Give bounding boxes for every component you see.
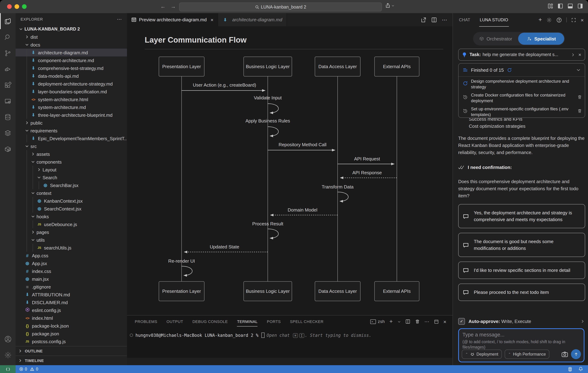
database-activity-icon[interactable]	[0, 109, 16, 125]
remote-explorer-activity-icon[interactable]	[0, 93, 16, 109]
option-button-review[interactable]: I'd like to review specific sections in …	[458, 262, 585, 279]
zoom-window-button[interactable]	[22, 4, 27, 9]
tree-item-searchcontext-jsx[interactable]: ⊛SearchContext.jsx	[16, 205, 127, 213]
tree-item-requirements[interactable]: requirements	[16, 127, 127, 134]
container-activity-icon[interactable]	[0, 141, 16, 157]
problems-status[interactable]: 0 0	[19, 367, 38, 371]
message-input[interactable]: Type a message... (@ to add context, / t…	[458, 328, 584, 362]
outline-section-header[interactable]: OUTLINE	[16, 346, 127, 356]
close-chat-icon[interactable]: ×	[581, 17, 584, 23]
screenshot-camera-icon[interactable]	[561, 351, 568, 357]
chat-settings-gear-icon[interactable]	[546, 17, 552, 22]
tree-item-attribution-md[interactable]: ⬇ATTRIBUTION.md	[16, 291, 127, 298]
tree-item-root[interactable]: LUNA-KANBAN_BOARD 2	[16, 25, 127, 33]
tree-item-data-models-api-md[interactable]: ⬇data-models-api.md	[16, 72, 127, 80]
tree-item-package-json[interactable]: {}package.json	[16, 330, 127, 338]
toggle-sidebar-icon[interactable]	[557, 3, 563, 9]
tree-item-src[interactable]: src	[16, 142, 127, 150]
source-control-activity-icon[interactable]	[0, 45, 16, 61]
tree-item-epic-development-team[interactable]: ⬇Epic_DevelopmentTeamMembers_SprintT...	[16, 134, 127, 142]
notifications-bell-icon[interactable]	[578, 367, 583, 372]
customize-layout-icon[interactable]	[547, 3, 553, 9]
todo-item[interactable]: Set up environment-specific configuratio…	[459, 104, 585, 118]
expand-panel-icon[interactable]	[571, 18, 576, 22]
kill-terminal-icon[interactable]	[415, 319, 420, 324]
settings-gear-icon[interactable]	[0, 347, 16, 363]
terminal-dropdown-icon[interactable]	[397, 320, 400, 323]
tree-item-docs[interactable]: docs	[16, 41, 127, 49]
delete-todo-icon[interactable]	[577, 109, 582, 113]
option-button-proceed[interactable]: Please proceed to the next todo item	[458, 284, 585, 301]
todo-item[interactable]: Design comprehensive deployment architec…	[459, 77, 585, 90]
todo-refresh-icon[interactable]	[507, 68, 512, 72]
tree-item-search-folder[interactable]: Search	[16, 174, 127, 181]
tree-item-hooks[interactable]: hooks	[16, 213, 127, 220]
tree-item-comprehensive-test-strategy-md[interactable]: ⬇comprehensive-test-strategy.md	[16, 64, 127, 72]
tab-chat[interactable]: CHAT	[459, 17, 470, 22]
tree-item-eslint-config-js[interactable]: eslint.config.js	[16, 306, 127, 314]
send-message-button[interactable]	[571, 349, 581, 359]
auto-approve-expand-icon[interactable]	[581, 319, 584, 323]
tree-item-main-jsx[interactable]: ⊛main.jsx	[16, 275, 127, 283]
tree-item-system-architecture-md[interactable]: ⬇system-architecture.md	[16, 103, 127, 111]
close-tab-icon[interactable]: ×	[210, 17, 213, 22]
run-debug-activity-icon[interactable]	[0, 61, 16, 77]
tree-item-architecture-diagram-md[interactable]: ⬇architecture-diagram.md	[16, 49, 127, 56]
tree-item-layer-boundaries-specification-md[interactable]: ⬇layer-boundaries-specification.md	[16, 88, 127, 96]
tree-item-kanbancontext-jsx[interactable]: ⊛KanbanContext.jsx	[16, 197, 127, 205]
panel-tab-output[interactable]: OUTPUT	[167, 319, 183, 324]
tab-preview-architecture-diagram[interactable]: Preview architecture-diagram.md ×	[127, 13, 218, 26]
deployment-mode-pill[interactable]: ⌃ Deployment	[462, 350, 502, 359]
back-icon[interactable]: ←	[160, 3, 166, 9]
terminal-more-actions-icon[interactable]: ⋯	[424, 319, 430, 324]
share-icon[interactable]	[385, 3, 394, 9]
option-button-modifications[interactable]: The document is good but needs some modi…	[458, 233, 585, 257]
specialist-mode-button[interactable]: Specialist	[518, 33, 564, 45]
help-icon[interactable]	[556, 17, 562, 22]
tree-item-usedebounce-js[interactable]: JSuseDebounce.js	[16, 220, 127, 228]
new-chat-icon[interactable]: +	[538, 16, 542, 23]
tab-architecture-diagram-source[interactable]: ⬇ architecture-diagram.md	[218, 13, 287, 26]
tree-item-deployment-architecture-strategy-md[interactable]: ⬇deployment-architecture-strategy.md	[16, 80, 127, 88]
tree-item-searchbar-jsx[interactable]: ⊛SearchBar.jsx	[16, 181, 127, 189]
remote-indicator[interactable]	[0, 365, 16, 373]
tree-item-component-architecture-md[interactable]: ⬇component-architecture.md	[16, 56, 127, 64]
maximize-panel-icon[interactable]	[434, 319, 439, 324]
timeline-section-header[interactable]: TIMELINE	[16, 356, 127, 365]
close-window-button[interactable]	[7, 4, 12, 9]
task-close-icon[interactable]: ×	[578, 53, 581, 57]
tree-item-system-architecture-html[interactable]: <>system-architecture.html	[16, 96, 127, 103]
tree-item-app-css[interactable]: #App.css	[16, 252, 127, 259]
task-expand-chevron-icon[interactable]	[571, 53, 575, 57]
split-editor-icon[interactable]	[431, 17, 437, 22]
panel-tab-problems[interactable]: PROBLEMS	[135, 319, 157, 324]
new-terminal-icon[interactable]: +	[389, 318, 393, 325]
tree-item-index-css[interactable]: #index.css	[16, 267, 127, 275]
todo-collapse-chevron-icon[interactable]	[576, 68, 581, 72]
assistant-robot-icon[interactable]	[567, 367, 573, 372]
tree-item-postcss-config-js[interactable]: JSpostcss.config.js	[16, 338, 127, 345]
task-bar[interactable]: Task: help me generate the deploayment s…	[458, 49, 585, 61]
layers-activity-icon[interactable]	[0, 125, 16, 141]
auto-approve-checkbox[interactable]: ✓	[458, 318, 465, 325]
performance-mode-pill[interactable]: ⌃ High Performance	[505, 350, 549, 359]
tab-luna-studio[interactable]: LUNA STUDIO	[479, 13, 509, 26]
extensions-activity-icon[interactable]	[0, 77, 16, 93]
orchestrator-mode-button[interactable]: Orchestrator	[473, 36, 518, 41]
tree-item-disclaimer-md[interactable]: ⬇DISCLAIMER.md	[16, 298, 127, 306]
close-panel-icon[interactable]: ×	[443, 318, 447, 325]
tree-item-package-lock-json[interactable]: {}package-lock.json	[16, 322, 127, 330]
tree-item-pages[interactable]: pages	[16, 228, 127, 236]
toggle-secondary-sidebar-icon[interactable]	[577, 3, 583, 9]
panel-tab-ports[interactable]: PORTS	[267, 319, 281, 324]
editor-more-actions-icon[interactable]: ⋯	[442, 17, 447, 23]
panel-tab-spell-checker[interactable]: SPELL CHECKER	[290, 319, 324, 324]
tree-item-utils[interactable]: utils	[16, 236, 127, 244]
toggle-panel-icon[interactable]	[567, 3, 573, 9]
open-changes-icon[interactable]	[420, 17, 426, 22]
tree-item-gitignore[interactable]: ≡.gitignore	[16, 283, 127, 291]
command-center-search[interactable]: LUNA-kanban_board 2	[179, 2, 382, 11]
forward-icon[interactable]: →	[171, 3, 176, 9]
tree-item-context[interactable]: context	[16, 189, 127, 197]
tree-item-searchutils-js[interactable]: JSsearchUtils.js	[16, 244, 127, 252]
